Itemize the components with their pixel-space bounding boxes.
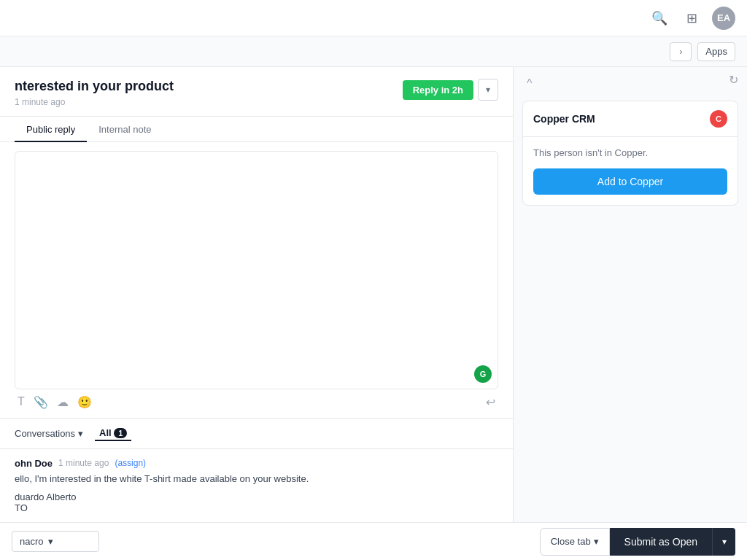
attachment-icon[interactable]: 📎 [34,395,48,409]
reply-dropdown-button[interactable]: ▾ [478,79,498,101]
expand-button[interactable]: › [670,42,692,61]
tab-all[interactable]: All 1 [95,426,131,441]
conversation-sender: ohn Doe [15,458,53,469]
ticket-actions: Reply in 2h ▾ [403,79,498,101]
top-navigation: 🔍 ⊞ EA [0,0,747,36]
sub-navigation: › Apps [0,36,747,67]
refresh-icon[interactable]: ↻ [729,73,738,95]
tab-public-reply[interactable]: Public reply [15,117,87,142]
apps-label: Apps [705,46,727,57]
ticket-info: nterested in your product 1 minute ago [15,79,174,107]
conversation-signature: duardo Alberto TO [15,491,498,513]
macro-label: nacro [20,536,44,547]
tab-internal-note[interactable]: Internal note [87,117,163,142]
cloud-icon[interactable]: ☁ [57,395,69,409]
submit-as-open-button[interactable]: Submit as Open [610,528,712,556]
conversation-item: ohn Doe 1 minute ago (assign) ello, I'm … [0,449,513,523]
collapse-button[interactable]: ^ [522,73,537,95]
crm-message: This person isn't in Copper. [533,147,727,158]
macro-chevron-icon [48,536,53,547]
ticket-time: 1 minute ago [15,97,174,107]
submit-dropdown-button[interactable]: ▾ [712,528,735,556]
assign-link[interactable]: (assign) [115,458,146,468]
ticket-title: nterested in your product [15,79,174,94]
conversations-section: Conversations All 1 ohn Doe 1 minute ago… [0,418,513,523]
reply-in-2h-button[interactable]: Reply in 2h [403,80,473,100]
toolbar-right: ↩ [486,395,495,409]
grammarly-icon: G [474,365,492,383]
signature-line-1: duardo Alberto [15,491,498,502]
conversation-time: 1 minute ago [58,458,109,468]
bottom-bar: nacro Close tab Submit as Open ▾ [0,522,747,560]
conversations-label[interactable]: Conversations [15,428,83,439]
reply-tabs: Public reply Internal note [0,117,513,142]
conversation-message: ello, I'm interested in the white T-shir… [15,472,498,486]
crm-card-body: This person isn't in Copper. Add to Copp… [523,137,738,205]
ticket-header: nterested in your product 1 minute ago R… [0,67,513,117]
right-panel-top: ^ ↻ [514,67,747,101]
apps-grid-icon[interactable]: ⊞ [680,7,703,30]
conversation-meta: ohn Doe 1 minute ago (assign) [15,458,498,469]
reply-editor: G T 📎 ☁ 🙂 ↩ [0,142,513,418]
editor-textarea[interactable]: G [15,151,498,389]
crm-card-title: Copper CRM [533,113,595,125]
crm-logo-icon: C [710,110,727,128]
search-icon[interactable]: 🔍 [648,7,671,30]
left-panel: nterested in your product 1 minute ago R… [0,67,514,522]
conversations-chevron-icon [78,428,83,439]
add-to-copper-button[interactable]: Add to Copper [533,168,727,195]
macro-dropdown[interactable]: nacro [12,531,99,552]
close-tab-button[interactable]: Close tab [540,528,610,556]
emoji-icon[interactable]: 🙂 [77,395,92,409]
avatar[interactable]: EA [712,7,735,30]
close-tab-chevron-icon [594,536,599,547]
bottom-right-actions: Close tab Submit as Open ▾ [540,528,735,556]
conversations-tabs: All 1 [95,426,131,441]
editor-toolbar: T 📎 ☁ 🙂 ↩ [15,389,498,409]
main-layout: nterested in your product 1 minute ago R… [0,67,747,522]
signature-line-2: TO [15,502,498,513]
right-panel: ^ ↻ Copper CRM C This person isn't in Co… [514,67,747,522]
apps-button[interactable]: Apps [697,42,735,61]
toolbar-left: T 📎 ☁ 🙂 [18,395,92,409]
crm-card-header: Copper CRM C [523,101,738,137]
all-badge: 1 [114,428,127,438]
crm-card: Copper CRM C This person isn't in Copper… [522,101,738,206]
text-format-icon[interactable]: T [18,395,25,409]
conversations-header: Conversations All 1 [0,419,513,449]
reply-icon[interactable]: ↩ [486,396,495,408]
